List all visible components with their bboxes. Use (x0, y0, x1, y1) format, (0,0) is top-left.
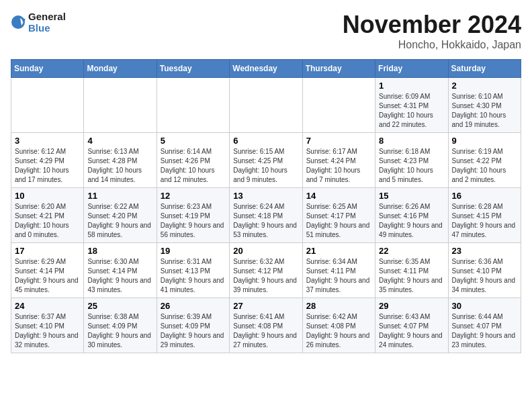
calendar-cell: 2Sunrise: 6:10 AM Sunset: 4:30 PM Daylig… (448, 78, 521, 133)
calendar-cell (230, 78, 302, 133)
day-info: Sunrise: 6:23 AM Sunset: 4:19 PM Dayligh… (161, 202, 226, 240)
weekday-header-friday: Friday (375, 60, 448, 78)
calendar-cell: 25Sunrise: 6:38 AM Sunset: 4:09 PM Dayli… (84, 298, 157, 353)
calendar-week-1: 1Sunrise: 6:09 AM Sunset: 4:31 PM Daylig… (11, 78, 521, 133)
day-number: 22 (379, 246, 444, 256)
calendar-cell: 7Sunrise: 6:17 AM Sunset: 4:24 PM Daylig… (302, 133, 375, 188)
logo-icon (11, 15, 26, 30)
calendar-cell: 24Sunrise: 6:37 AM Sunset: 4:10 PM Dayli… (11, 298, 84, 353)
day-number: 4 (87, 136, 152, 146)
day-info: Sunrise: 6:24 AM Sunset: 4:18 PM Dayligh… (233, 202, 298, 240)
day-number: 2 (452, 81, 517, 91)
day-info: Sunrise: 6:22 AM Sunset: 4:20 PM Dayligh… (87, 202, 152, 240)
day-info: Sunrise: 6:18 AM Sunset: 4:23 PM Dayligh… (379, 147, 444, 185)
day-number: 3 (15, 136, 80, 146)
calendar-week-3: 10Sunrise: 6:20 AM Sunset: 4:21 PM Dayli… (11, 188, 521, 243)
day-info: Sunrise: 6:30 AM Sunset: 4:14 PM Dayligh… (87, 257, 152, 295)
day-info: Sunrise: 6:43 AM Sunset: 4:07 PM Dayligh… (379, 312, 444, 350)
logo: General Blue (11, 11, 66, 34)
calendar-cell: 26Sunrise: 6:39 AM Sunset: 4:09 PM Dayli… (157, 298, 229, 353)
day-number: 20 (233, 246, 298, 256)
day-info: Sunrise: 6:31 AM Sunset: 4:13 PM Dayligh… (161, 257, 226, 295)
day-number: 17 (15, 246, 80, 256)
day-info: Sunrise: 6:15 AM Sunset: 4:25 PM Dayligh… (233, 147, 298, 185)
calendar-cell: 10Sunrise: 6:20 AM Sunset: 4:21 PM Dayli… (11, 188, 84, 243)
day-number: 19 (161, 246, 226, 256)
calendar-cell: 9Sunrise: 6:19 AM Sunset: 4:22 PM Daylig… (448, 133, 521, 188)
calendar-cell (302, 78, 375, 133)
day-info: Sunrise: 6:14 AM Sunset: 4:26 PM Dayligh… (161, 147, 226, 185)
calendar-cell: 13Sunrise: 6:24 AM Sunset: 4:18 PM Dayli… (230, 188, 302, 243)
day-number: 27 (233, 301, 298, 311)
calendar-cell: 5Sunrise: 6:14 AM Sunset: 4:26 PM Daylig… (157, 133, 229, 188)
day-number: 6 (233, 136, 298, 146)
day-info: Sunrise: 6:38 AM Sunset: 4:09 PM Dayligh… (87, 312, 152, 350)
day-number: 15 (379, 191, 444, 201)
day-number: 24 (15, 301, 80, 311)
day-info: Sunrise: 6:44 AM Sunset: 4:07 PM Dayligh… (452, 312, 517, 350)
calendar-cell: 20Sunrise: 6:32 AM Sunset: 4:12 PM Dayli… (230, 243, 302, 298)
calendar-cell: 27Sunrise: 6:41 AM Sunset: 4:08 PM Dayli… (230, 298, 302, 353)
calendar-week-5: 24Sunrise: 6:37 AM Sunset: 4:10 PM Dayli… (11, 298, 521, 353)
weekday-header-monday: Monday (84, 60, 157, 78)
day-number: 25 (87, 301, 152, 311)
weekday-header-wednesday: Wednesday (230, 60, 302, 78)
day-info: Sunrise: 6:42 AM Sunset: 4:08 PM Dayligh… (306, 312, 371, 350)
day-info: Sunrise: 6:09 AM Sunset: 4:31 PM Dayligh… (379, 92, 444, 130)
day-number: 12 (161, 191, 226, 201)
day-info: Sunrise: 6:25 AM Sunset: 4:17 PM Dayligh… (306, 202, 371, 240)
day-info: Sunrise: 6:28 AM Sunset: 4:15 PM Dayligh… (452, 202, 517, 240)
day-number: 1 (379, 81, 444, 91)
calendar-cell: 1Sunrise: 6:09 AM Sunset: 4:31 PM Daylig… (375, 78, 448, 133)
day-info: Sunrise: 6:34 AM Sunset: 4:11 PM Dayligh… (306, 257, 371, 295)
weekday-header-row: SundayMondayTuesdayWednesdayThursdayFrid… (11, 60, 521, 78)
day-number: 26 (161, 301, 226, 311)
day-number: 30 (452, 301, 517, 311)
day-number: 14 (306, 191, 371, 201)
calendar-cell (84, 78, 157, 133)
calendar-cell: 8Sunrise: 6:18 AM Sunset: 4:23 PM Daylig… (375, 133, 448, 188)
calendar-cell: 16Sunrise: 6:28 AM Sunset: 4:15 PM Dayli… (448, 188, 521, 243)
calendar-cell: 12Sunrise: 6:23 AM Sunset: 4:19 PM Dayli… (157, 188, 229, 243)
day-number: 18 (87, 246, 152, 256)
calendar-cell: 14Sunrise: 6:25 AM Sunset: 4:17 PM Dayli… (302, 188, 375, 243)
day-info: Sunrise: 6:13 AM Sunset: 4:28 PM Dayligh… (87, 147, 152, 185)
day-number: 28 (306, 301, 371, 311)
calendar-body: 1Sunrise: 6:09 AM Sunset: 4:31 PM Daylig… (11, 78, 521, 353)
calendar-cell: 4Sunrise: 6:13 AM Sunset: 4:28 PM Daylig… (84, 133, 157, 188)
day-number: 21 (306, 246, 371, 256)
calendar-cell: 19Sunrise: 6:31 AM Sunset: 4:13 PM Dayli… (157, 243, 229, 298)
day-number: 7 (306, 136, 371, 146)
day-number: 13 (233, 191, 298, 201)
calendar-cell: 18Sunrise: 6:30 AM Sunset: 4:14 PM Dayli… (84, 243, 157, 298)
day-number: 29 (379, 301, 444, 311)
calendar-table: SundayMondayTuesdayWednesdayThursdayFrid… (11, 59, 521, 353)
calendar-cell: 30Sunrise: 6:44 AM Sunset: 4:07 PM Dayli… (448, 298, 521, 353)
calendar-cell: 28Sunrise: 6:42 AM Sunset: 4:08 PM Dayli… (302, 298, 375, 353)
day-info: Sunrise: 6:26 AM Sunset: 4:16 PM Dayligh… (379, 202, 444, 240)
title-area: November 2024 Honcho, Hokkaido, Japan (343, 11, 521, 51)
day-info: Sunrise: 6:39 AM Sunset: 4:09 PM Dayligh… (161, 312, 226, 350)
weekday-header-thursday: Thursday (302, 60, 375, 78)
calendar-cell (11, 78, 84, 133)
calendar-cell: 15Sunrise: 6:26 AM Sunset: 4:16 PM Dayli… (375, 188, 448, 243)
calendar-cell: 21Sunrise: 6:34 AM Sunset: 4:11 PM Dayli… (302, 243, 375, 298)
day-info: Sunrise: 6:36 AM Sunset: 4:10 PM Dayligh… (452, 257, 517, 295)
day-number: 23 (452, 246, 517, 256)
logo-text: General Blue (28, 11, 66, 34)
calendar-week-2: 3Sunrise: 6:12 AM Sunset: 4:29 PM Daylig… (11, 133, 521, 188)
weekday-header-sunday: Sunday (11, 60, 84, 78)
weekday-header-tuesday: Tuesday (157, 60, 229, 78)
day-number: 10 (15, 191, 80, 201)
day-number: 9 (452, 136, 517, 146)
day-number: 16 (452, 191, 517, 201)
day-number: 5 (161, 136, 226, 146)
day-info: Sunrise: 6:20 AM Sunset: 4:21 PM Dayligh… (15, 202, 80, 240)
header: General Blue November 2024 Honcho, Hokka… (11, 11, 521, 51)
day-info: Sunrise: 6:17 AM Sunset: 4:24 PM Dayligh… (306, 147, 371, 185)
calendar-cell: 29Sunrise: 6:43 AM Sunset: 4:07 PM Dayli… (375, 298, 448, 353)
day-info: Sunrise: 6:32 AM Sunset: 4:12 PM Dayligh… (233, 257, 298, 295)
day-info: Sunrise: 6:37 AM Sunset: 4:10 PM Dayligh… (15, 312, 80, 350)
calendar-cell: 23Sunrise: 6:36 AM Sunset: 4:10 PM Dayli… (448, 243, 521, 298)
day-number: 8 (379, 136, 444, 146)
